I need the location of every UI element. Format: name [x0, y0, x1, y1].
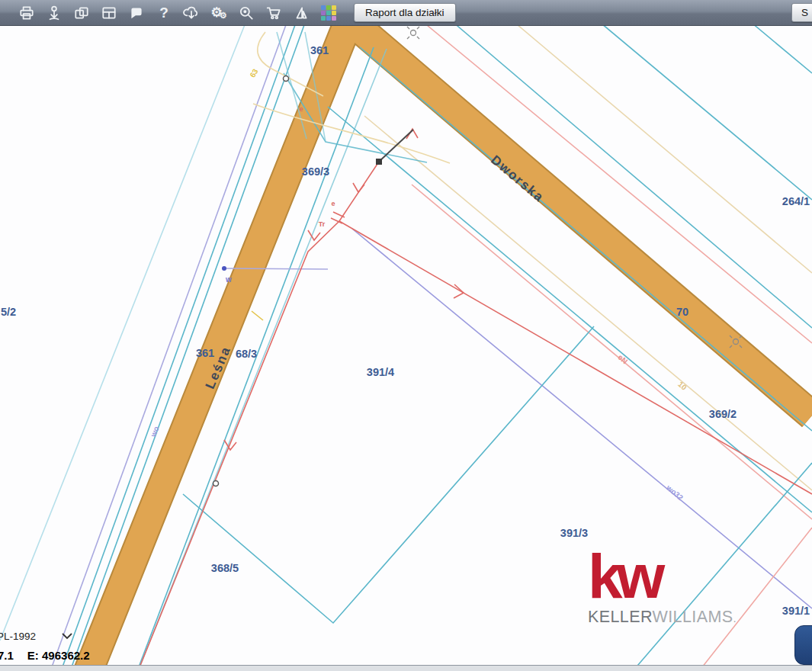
comment-icon[interactable] — [127, 3, 146, 23]
help-icon[interactable]: ? — [154, 3, 174, 23]
duplicate-windows-icon[interactable] — [72, 3, 91, 23]
palette-icon[interactable] — [319, 3, 339, 23]
cloud-download-icon[interactable] — [181, 3, 201, 23]
parcel-label: 391/4 — [367, 366, 394, 378]
parcel-label: 391/3 — [560, 527, 588, 539]
keller-williams-watermark: kw KELLERWILLIAMS. — [588, 554, 737, 627]
parcel-label: 369/3 — [302, 165, 329, 178]
parcel-label: 70 — [676, 306, 688, 318]
utility-label: w — [226, 275, 232, 284]
bottom-right-partial-button[interactable] — [794, 625, 812, 665]
report-parcel-button[interactable]: Raport dla działki — [354, 3, 456, 22]
east-coordinate: E: 496362.2 — [27, 649, 90, 662]
kw-logo: kw — [588, 554, 737, 599]
partial-circle-icon[interactable] — [0, 3, 9, 23]
toolbar: ? ⚙⚙ Raport dla działki S — [0, 0, 812, 26]
settings-gears-icon[interactable]: ⚙⚙ — [209, 3, 229, 23]
crs-selector[interactable]: PL-1992 — [0, 631, 72, 642]
pin-download-icon[interactable] — [44, 3, 64, 23]
parcel-label: 391/1 — [782, 605, 810, 617]
parcel-label: 68/3 — [236, 348, 257, 360]
crs-label: PL-1992 — [0, 631, 36, 642]
layout-panels-icon[interactable] — [99, 3, 119, 23]
chevron-down-icon — [62, 633, 72, 640]
utility-label: e — [331, 200, 335, 207]
bottom-strip — [0, 665, 812, 671]
search-icon[interactable] — [236, 3, 256, 23]
parcel-label: 361 — [196, 347, 214, 359]
north-fragment: 7.1 — [0, 649, 14, 662]
parcel-label: 369/2 — [709, 408, 737, 420]
utility-label: e — [299, 105, 303, 113]
partial-right-button[interactable]: S — [791, 3, 812, 22]
kw-wordmark: KELLERWILLIAMS. — [588, 608, 737, 627]
coordinates-readout: 7.1E: 496362.2 — [0, 649, 90, 662]
parcel-label: 264/1 — [782, 195, 810, 207]
parcel-label: 368/5 — [211, 562, 239, 574]
utility-label: Tr — [319, 220, 326, 228]
measure-area-icon[interactable] — [291, 3, 311, 23]
parcel-label: 361 — [310, 44, 329, 56]
cart-icon[interactable] — [264, 3, 284, 23]
print-icon[interactable] — [17, 3, 37, 23]
parcel-label: 5/2 — [1, 306, 16, 318]
